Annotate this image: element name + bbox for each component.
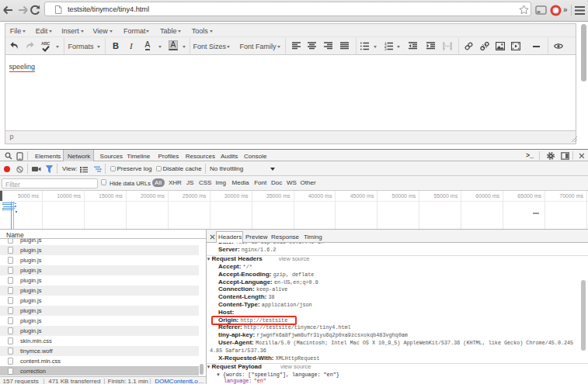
- svg-text:3: 3: [384, 47, 387, 50]
